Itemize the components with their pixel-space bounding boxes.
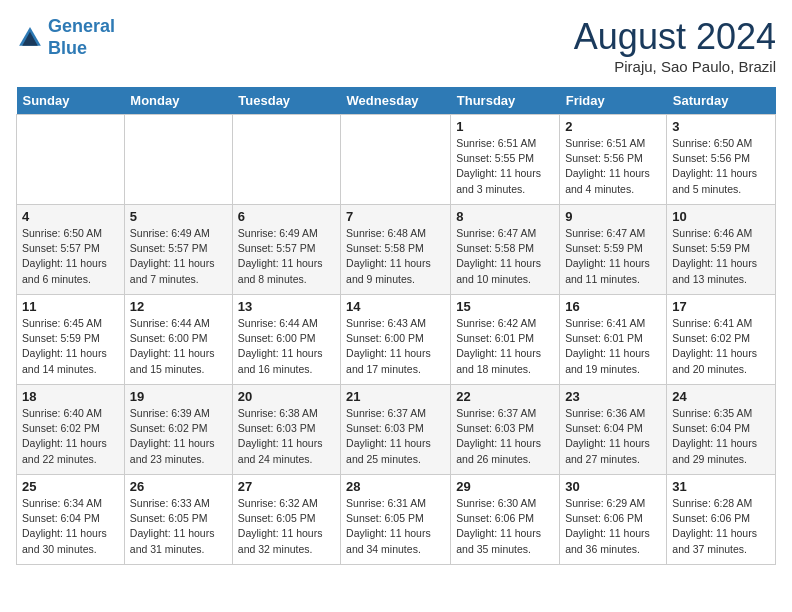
weekday-header-cell: Wednesday bbox=[341, 87, 451, 115]
weekday-header-cell: Saturday bbox=[667, 87, 776, 115]
weekday-header-cell: Sunday bbox=[17, 87, 125, 115]
calendar-cell: 30Sunrise: 6:29 AM Sunset: 6:06 PM Dayli… bbox=[560, 475, 667, 565]
day-number: 11 bbox=[22, 299, 119, 314]
logo-text: General Blue bbox=[48, 16, 115, 59]
calendar-cell: 16Sunrise: 6:41 AM Sunset: 6:01 PM Dayli… bbox=[560, 295, 667, 385]
day-info: Sunrise: 6:42 AM Sunset: 6:01 PM Dayligh… bbox=[456, 316, 554, 377]
calendar-cell: 27Sunrise: 6:32 AM Sunset: 6:05 PM Dayli… bbox=[232, 475, 340, 565]
day-number: 7 bbox=[346, 209, 445, 224]
month-title: August 2024 bbox=[574, 16, 776, 58]
weekday-header-cell: Friday bbox=[560, 87, 667, 115]
calendar-week-row: 1Sunrise: 6:51 AM Sunset: 5:55 PM Daylig… bbox=[17, 115, 776, 205]
day-number: 18 bbox=[22, 389, 119, 404]
day-info: Sunrise: 6:49 AM Sunset: 5:57 PM Dayligh… bbox=[130, 226, 227, 287]
weekday-header-cell: Monday bbox=[124, 87, 232, 115]
day-info: Sunrise: 6:46 AM Sunset: 5:59 PM Dayligh… bbox=[672, 226, 770, 287]
day-info: Sunrise: 6:44 AM Sunset: 6:00 PM Dayligh… bbox=[238, 316, 335, 377]
calendar-week-row: 18Sunrise: 6:40 AM Sunset: 6:02 PM Dayli… bbox=[17, 385, 776, 475]
day-info: Sunrise: 6:34 AM Sunset: 6:04 PM Dayligh… bbox=[22, 496, 119, 557]
day-number: 24 bbox=[672, 389, 770, 404]
day-number: 25 bbox=[22, 479, 119, 494]
calendar-cell: 5Sunrise: 6:49 AM Sunset: 5:57 PM Daylig… bbox=[124, 205, 232, 295]
day-info: Sunrise: 6:38 AM Sunset: 6:03 PM Dayligh… bbox=[238, 406, 335, 467]
day-number: 19 bbox=[130, 389, 227, 404]
location: Piraju, Sao Paulo, Brazil bbox=[574, 58, 776, 75]
calendar-cell: 21Sunrise: 6:37 AM Sunset: 6:03 PM Dayli… bbox=[341, 385, 451, 475]
day-number: 14 bbox=[346, 299, 445, 314]
day-info: Sunrise: 6:29 AM Sunset: 6:06 PM Dayligh… bbox=[565, 496, 661, 557]
day-info: Sunrise: 6:37 AM Sunset: 6:03 PM Dayligh… bbox=[456, 406, 554, 467]
day-number: 2 bbox=[565, 119, 661, 134]
weekday-header-cell: Tuesday bbox=[232, 87, 340, 115]
calendar-cell: 3Sunrise: 6:50 AM Sunset: 5:56 PM Daylig… bbox=[667, 115, 776, 205]
day-info: Sunrise: 6:40 AM Sunset: 6:02 PM Dayligh… bbox=[22, 406, 119, 467]
day-number: 13 bbox=[238, 299, 335, 314]
day-number: 28 bbox=[346, 479, 445, 494]
calendar-cell: 23Sunrise: 6:36 AM Sunset: 6:04 PM Dayli… bbox=[560, 385, 667, 475]
calendar-cell: 20Sunrise: 6:38 AM Sunset: 6:03 PM Dayli… bbox=[232, 385, 340, 475]
day-info: Sunrise: 6:49 AM Sunset: 5:57 PM Dayligh… bbox=[238, 226, 335, 287]
calendar-cell: 6Sunrise: 6:49 AM Sunset: 5:57 PM Daylig… bbox=[232, 205, 340, 295]
calendar-cell: 14Sunrise: 6:43 AM Sunset: 6:00 PM Dayli… bbox=[341, 295, 451, 385]
day-number: 20 bbox=[238, 389, 335, 404]
day-info: Sunrise: 6:33 AM Sunset: 6:05 PM Dayligh… bbox=[130, 496, 227, 557]
calendar-cell: 12Sunrise: 6:44 AM Sunset: 6:00 PM Dayli… bbox=[124, 295, 232, 385]
calendar-cell: 19Sunrise: 6:39 AM Sunset: 6:02 PM Dayli… bbox=[124, 385, 232, 475]
day-info: Sunrise: 6:43 AM Sunset: 6:00 PM Dayligh… bbox=[346, 316, 445, 377]
calendar-cell bbox=[232, 115, 340, 205]
calendar-cell: 18Sunrise: 6:40 AM Sunset: 6:02 PM Dayli… bbox=[17, 385, 125, 475]
page-header: General Blue August 2024 Piraju, Sao Pau… bbox=[16, 16, 776, 75]
day-number: 3 bbox=[672, 119, 770, 134]
logo: General Blue bbox=[16, 16, 115, 59]
day-number: 9 bbox=[565, 209, 661, 224]
day-info: Sunrise: 6:36 AM Sunset: 6:04 PM Dayligh… bbox=[565, 406, 661, 467]
day-number: 1 bbox=[456, 119, 554, 134]
day-info: Sunrise: 6:30 AM Sunset: 6:06 PM Dayligh… bbox=[456, 496, 554, 557]
day-number: 23 bbox=[565, 389, 661, 404]
day-info: Sunrise: 6:28 AM Sunset: 6:06 PM Dayligh… bbox=[672, 496, 770, 557]
calendar-cell: 22Sunrise: 6:37 AM Sunset: 6:03 PM Dayli… bbox=[451, 385, 560, 475]
day-info: Sunrise: 6:35 AM Sunset: 6:04 PM Dayligh… bbox=[672, 406, 770, 467]
day-info: Sunrise: 6:47 AM Sunset: 5:58 PM Dayligh… bbox=[456, 226, 554, 287]
day-info: Sunrise: 6:50 AM Sunset: 5:57 PM Dayligh… bbox=[22, 226, 119, 287]
day-number: 30 bbox=[565, 479, 661, 494]
calendar-cell: 7Sunrise: 6:48 AM Sunset: 5:58 PM Daylig… bbox=[341, 205, 451, 295]
day-number: 10 bbox=[672, 209, 770, 224]
weekday-header-cell: Thursday bbox=[451, 87, 560, 115]
weekday-header-row: SundayMondayTuesdayWednesdayThursdayFrid… bbox=[17, 87, 776, 115]
calendar-table: SundayMondayTuesdayWednesdayThursdayFrid… bbox=[16, 87, 776, 565]
calendar-cell: 17Sunrise: 6:41 AM Sunset: 6:02 PM Dayli… bbox=[667, 295, 776, 385]
day-number: 29 bbox=[456, 479, 554, 494]
calendar-cell: 24Sunrise: 6:35 AM Sunset: 6:04 PM Dayli… bbox=[667, 385, 776, 475]
calendar-cell: 4Sunrise: 6:50 AM Sunset: 5:57 PM Daylig… bbox=[17, 205, 125, 295]
day-number: 31 bbox=[672, 479, 770, 494]
day-number: 26 bbox=[130, 479, 227, 494]
calendar-cell: 29Sunrise: 6:30 AM Sunset: 6:06 PM Dayli… bbox=[451, 475, 560, 565]
day-info: Sunrise: 6:32 AM Sunset: 6:05 PM Dayligh… bbox=[238, 496, 335, 557]
calendar-week-row: 25Sunrise: 6:34 AM Sunset: 6:04 PM Dayli… bbox=[17, 475, 776, 565]
day-number: 16 bbox=[565, 299, 661, 314]
calendar-week-row: 4Sunrise: 6:50 AM Sunset: 5:57 PM Daylig… bbox=[17, 205, 776, 295]
calendar-cell: 10Sunrise: 6:46 AM Sunset: 5:59 PM Dayli… bbox=[667, 205, 776, 295]
day-info: Sunrise: 6:51 AM Sunset: 5:55 PM Dayligh… bbox=[456, 136, 554, 197]
day-info: Sunrise: 6:37 AM Sunset: 6:03 PM Dayligh… bbox=[346, 406, 445, 467]
calendar-cell: 8Sunrise: 6:47 AM Sunset: 5:58 PM Daylig… bbox=[451, 205, 560, 295]
day-number: 27 bbox=[238, 479, 335, 494]
day-number: 22 bbox=[456, 389, 554, 404]
day-number: 4 bbox=[22, 209, 119, 224]
calendar-week-row: 11Sunrise: 6:45 AM Sunset: 5:59 PM Dayli… bbox=[17, 295, 776, 385]
day-number: 5 bbox=[130, 209, 227, 224]
day-number: 8 bbox=[456, 209, 554, 224]
calendar-cell: 2Sunrise: 6:51 AM Sunset: 5:56 PM Daylig… bbox=[560, 115, 667, 205]
day-info: Sunrise: 6:44 AM Sunset: 6:00 PM Dayligh… bbox=[130, 316, 227, 377]
day-info: Sunrise: 6:47 AM Sunset: 5:59 PM Dayligh… bbox=[565, 226, 661, 287]
calendar-cell bbox=[341, 115, 451, 205]
title-block: August 2024 Piraju, Sao Paulo, Brazil bbox=[574, 16, 776, 75]
day-info: Sunrise: 6:45 AM Sunset: 5:59 PM Dayligh… bbox=[22, 316, 119, 377]
logo-icon bbox=[16, 24, 44, 52]
day-number: 21 bbox=[346, 389, 445, 404]
calendar-cell bbox=[124, 115, 232, 205]
day-info: Sunrise: 6:48 AM Sunset: 5:58 PM Dayligh… bbox=[346, 226, 445, 287]
day-info: Sunrise: 6:39 AM Sunset: 6:02 PM Dayligh… bbox=[130, 406, 227, 467]
calendar-cell: 15Sunrise: 6:42 AM Sunset: 6:01 PM Dayli… bbox=[451, 295, 560, 385]
